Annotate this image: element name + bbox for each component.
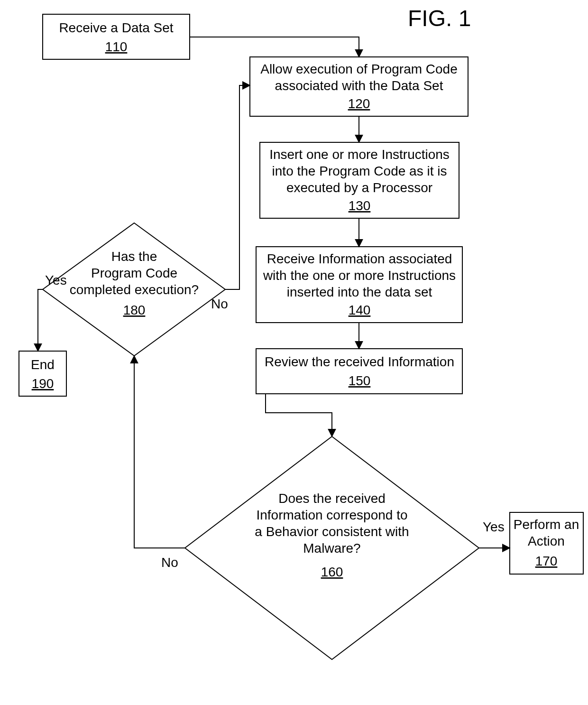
node-130-text1: Insert one or more Instructions <box>269 147 450 162</box>
node-180-num: 180 <box>123 303 146 317</box>
label-no-160: No <box>161 555 178 570</box>
node-150-num: 150 <box>349 373 371 388</box>
node-120: Allow execution of Program Code associat… <box>250 57 468 116</box>
node-140-text1: Receive Information associated <box>267 251 452 266</box>
node-110-text: Receive a Data Set <box>59 20 173 35</box>
node-160-text2: Information correspond to <box>256 508 407 522</box>
edge-180-190 <box>38 289 43 351</box>
node-140-num: 140 <box>349 303 371 317</box>
node-170: Perform an Action 170 <box>510 512 583 574</box>
node-180: Has the Program Code completed execution… <box>43 223 225 356</box>
node-150: Review the received Information 150 <box>256 349 462 394</box>
node-150-text: Review the received Information <box>265 354 454 369</box>
node-170-text1: Perform an <box>514 517 579 532</box>
figure-label: FIG. 1 <box>408 6 471 31</box>
node-170-num: 170 <box>535 554 558 568</box>
node-160-text1: Does the received <box>278 491 386 506</box>
node-160: Does the received Information correspond… <box>185 436 479 659</box>
node-170-text2: Action <box>528 534 565 548</box>
node-120-text2: associated with the Data Set <box>275 78 443 93</box>
label-yes-160: Yes <box>483 519 505 534</box>
node-110-num: 110 <box>105 39 128 54</box>
label-no-180: No <box>211 297 228 311</box>
node-110: Receive a Data Set 110 <box>43 14 190 59</box>
node-180-text3: completed execution? <box>70 282 199 297</box>
edge-180-120 <box>225 85 250 289</box>
node-130-text3: executed by a Processor <box>286 180 432 195</box>
node-190: End 190 <box>19 351 66 396</box>
node-140-text2: with the one or more Instructions <box>263 268 456 283</box>
node-160-text3: a Behavior consistent with <box>255 524 409 539</box>
edge-150-160 <box>266 394 332 436</box>
node-180-text2: Program Code <box>91 266 177 280</box>
node-160-text4: Malware? <box>303 541 360 556</box>
node-120-text1: Allow execution of Program Code <box>260 62 458 76</box>
edge-160-180 <box>134 356 185 548</box>
node-130-text2: into the Program Code as it is <box>272 164 447 178</box>
node-180-text1: Has the <box>111 249 157 264</box>
flowchart: FIG. 1 Receive a Data Set 110 Allow exec… <box>0 0 588 705</box>
node-120-num: 120 <box>348 96 370 111</box>
node-190-text: End <box>31 357 55 372</box>
node-140: Receive Information associated with the … <box>256 247 462 323</box>
node-130-num: 130 <box>349 198 371 213</box>
node-160-num: 160 <box>321 565 343 579</box>
edge-110-120 <box>190 37 359 57</box>
node-130: Insert one or more Instructions into the… <box>260 142 459 218</box>
node-140-text3: inserted into the data set <box>287 285 432 299</box>
node-190-num: 190 <box>32 376 54 391</box>
label-yes-180: Yes <box>45 273 67 288</box>
